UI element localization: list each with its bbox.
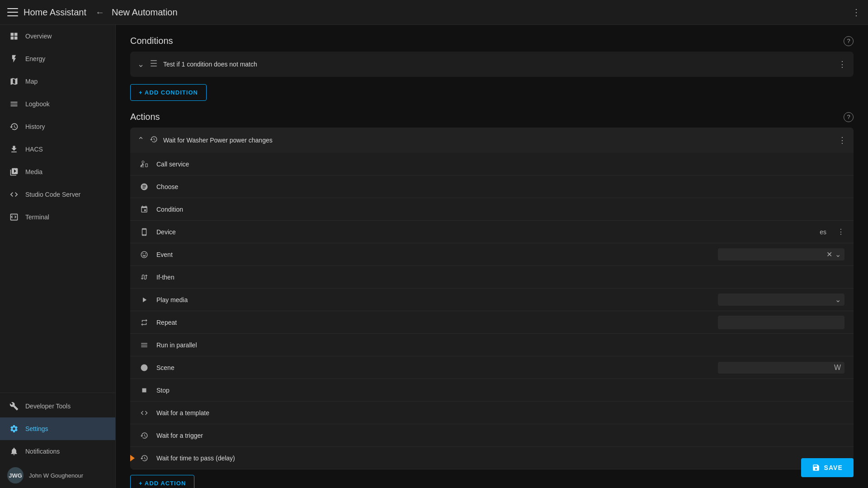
device-right-text: es xyxy=(820,228,826,236)
play-media-dropdown-icon[interactable]: ⌄ xyxy=(835,295,841,304)
terminal-icon xyxy=(9,212,19,222)
action-item-label: Condition xyxy=(156,206,844,213)
play-media-select[interactable]: ⌄ xyxy=(718,294,844,306)
developer-tools-icon xyxy=(9,401,19,411)
sidebar-item-map[interactable]: Map xyxy=(0,70,115,93)
conditions-section-header: Conditions ? xyxy=(130,36,854,46)
main-layout: Overview Energy Map Logbook History xyxy=(0,25,868,488)
device-icon xyxy=(139,227,149,237)
action-item-label: Wait for a template xyxy=(156,409,844,417)
actions-title: Actions xyxy=(130,112,160,122)
add-action-button[interactable]: + ADD ACTION xyxy=(130,475,194,488)
action-item-wait-template[interactable]: Wait for a template xyxy=(130,402,854,424)
conditions-title: Conditions xyxy=(130,36,173,46)
condition-more-button[interactable]: ⋮ xyxy=(838,59,846,69)
wait-delay-icon xyxy=(139,453,149,463)
action-item-label: Event xyxy=(156,251,711,258)
sidebar-item-label: Logbook xyxy=(25,100,50,108)
action-item-if-then[interactable]: If-then xyxy=(130,266,854,289)
sidebar-item-settings[interactable]: Settings xyxy=(0,417,115,440)
action-item-choose[interactable]: Choose xyxy=(130,175,854,198)
sidebar-item-label: Energy xyxy=(25,55,45,62)
svg-point-0 xyxy=(141,364,148,371)
sidebar-item-history[interactable]: History xyxy=(0,115,115,138)
logbook-icon xyxy=(9,99,19,109)
add-condition-button[interactable]: + ADD CONDITION xyxy=(130,84,207,101)
choose-icon xyxy=(139,182,149,192)
save-icon xyxy=(812,464,820,472)
conditions-help-button[interactable]: ? xyxy=(844,36,854,46)
condition-card-header: ⌄ Test if 1 condition does not match ⋮ xyxy=(130,52,854,77)
action-item-play-media[interactable]: Play media ⌄ xyxy=(130,289,854,311)
event-clear-button[interactable]: ✕ xyxy=(826,250,832,259)
repeat-input[interactable] xyxy=(718,316,844,329)
sidebar-item-label: Media xyxy=(25,168,42,175)
action-item-label: Stop xyxy=(156,387,844,394)
run-parallel-icon xyxy=(139,340,149,350)
action-item-device[interactable]: Device es ⋮ xyxy=(130,221,854,243)
sidebar-item-label: Map xyxy=(25,78,38,85)
save-button[interactable]: SAVE xyxy=(801,458,854,477)
sidebar-item-logbook[interactable]: Logbook xyxy=(0,93,115,115)
action-item-repeat[interactable]: Repeat xyxy=(130,311,854,334)
sidebar-item-label: Settings xyxy=(25,425,48,432)
sidebar-item-developer-tools[interactable]: Developer Tools xyxy=(0,395,115,417)
sidebar-bottom: Developer Tools Settings Notifications J… xyxy=(0,393,115,488)
sidebar-item-energy[interactable]: Energy xyxy=(0,47,115,70)
sidebar-notifications-label: Notifications xyxy=(25,448,60,455)
event-input[interactable]: ✕ ⌄ xyxy=(718,248,844,261)
menu-button[interactable] xyxy=(7,7,18,18)
sidebar-item-notifications[interactable]: Notifications xyxy=(0,440,115,463)
sidebar-item-label: Overview xyxy=(25,33,52,40)
content-area: Conditions ? ⌄ Test if 1 condition does … xyxy=(116,25,868,488)
page-title: New Automation xyxy=(112,7,846,18)
condition-icon xyxy=(139,204,149,214)
arrow-indicator xyxy=(130,451,135,465)
energy-icon xyxy=(9,54,19,64)
action-item-label: Call service xyxy=(156,161,844,168)
sidebar-item-label: Developer Tools xyxy=(25,403,71,410)
sidebar-item-label: Studio Code Server xyxy=(25,191,80,198)
wait-trigger-icon xyxy=(139,431,149,441)
actions-help-button[interactable]: ? xyxy=(844,112,854,122)
condition-collapse-button[interactable]: ⌄ xyxy=(137,59,144,69)
sidebar-user[interactable]: JWG John W Goughenour xyxy=(0,463,115,488)
call-service-icon xyxy=(139,159,149,169)
action-header-more-button[interactable]: ⋮ xyxy=(838,135,846,145)
action-item-label: Choose xyxy=(156,183,844,190)
action-header-icon xyxy=(150,135,158,146)
actions-card: ⌃ Wait for Washer Power power changes ⋮ … xyxy=(130,128,854,469)
back-button[interactable]: ← xyxy=(95,7,104,18)
actions-section-header: Actions ? xyxy=(130,112,854,122)
action-item-condition[interactable]: Condition xyxy=(130,198,854,221)
more-options-button[interactable]: ⋮ xyxy=(852,7,861,18)
sidebar-item-overview[interactable]: Overview xyxy=(0,25,115,47)
action-item-label: Repeat xyxy=(156,319,711,326)
action-item-run-in-parallel[interactable]: Run in parallel xyxy=(130,334,854,356)
repeat-icon xyxy=(139,317,149,327)
sidebar-item-terminal[interactable]: Terminal xyxy=(0,206,115,228)
action-item-call-service[interactable]: Call service xyxy=(130,153,854,175)
action-item-label: Run in parallel xyxy=(156,341,844,349)
media-icon xyxy=(9,167,19,177)
action-item-stop[interactable]: Stop xyxy=(130,379,854,402)
topbar: Home Assistant ← New Automation ⋮ xyxy=(0,0,868,25)
play-media-icon xyxy=(139,295,149,305)
event-dropdown-button[interactable]: ⌄ xyxy=(835,250,841,259)
sidebar-item-hacs[interactable]: HACS xyxy=(0,138,115,161)
sidebar-item-studio[interactable]: Studio Code Server xyxy=(0,183,115,206)
action-item-wait-trigger[interactable]: Wait for a trigger xyxy=(130,424,854,447)
device-more-button[interactable]: ⋮ xyxy=(837,227,844,236)
sidebar-item-media[interactable]: Media xyxy=(0,161,115,183)
action-item-label: Wait for a trigger xyxy=(156,432,844,439)
action-item-label: If-then xyxy=(156,274,844,281)
condition-card-label: Test if 1 condition does not match xyxy=(163,61,833,68)
action-item-scene[interactable]: Scene W xyxy=(130,356,854,379)
action-item-wait-delay[interactable]: Wait for time to pass (delay) xyxy=(130,447,854,469)
action-collapse-button[interactable]: ⌃ xyxy=(137,135,144,145)
action-header: ⌃ Wait for Washer Power power changes ⋮ xyxy=(130,128,854,153)
overview-icon xyxy=(9,31,19,41)
action-item-event[interactable]: Event ✕ ⌄ xyxy=(130,243,854,266)
scene-input[interactable]: W xyxy=(718,362,844,374)
history-icon xyxy=(9,122,19,132)
